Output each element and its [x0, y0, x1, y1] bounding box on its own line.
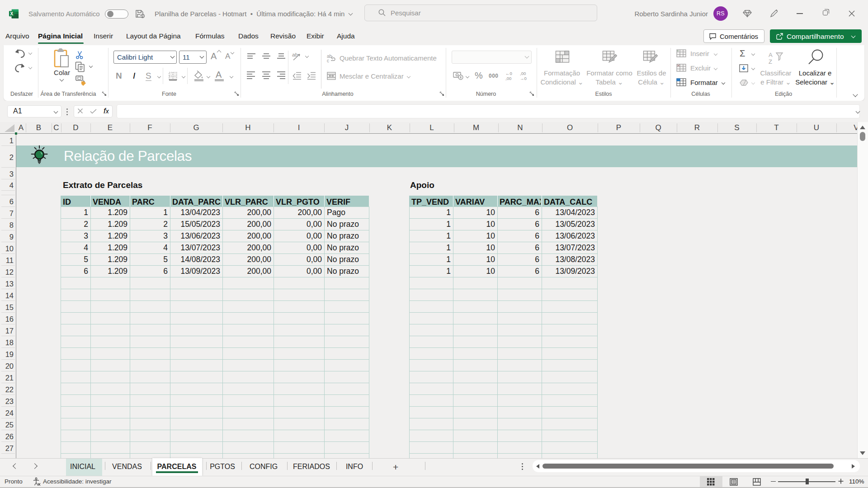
svg-text:Z: Z — [769, 58, 772, 65]
svg-text:A: A — [769, 52, 773, 58]
svg-text:→0: →0 — [520, 76, 527, 81]
svg-text:,00: ,00 — [505, 76, 511, 81]
svg-text:,00: ,00 — [520, 71, 526, 76]
svg-text:←0: ←0 — [505, 71, 512, 76]
svg-text:X: X — [10, 11, 14, 16]
svg-text:c: c — [327, 58, 329, 63]
